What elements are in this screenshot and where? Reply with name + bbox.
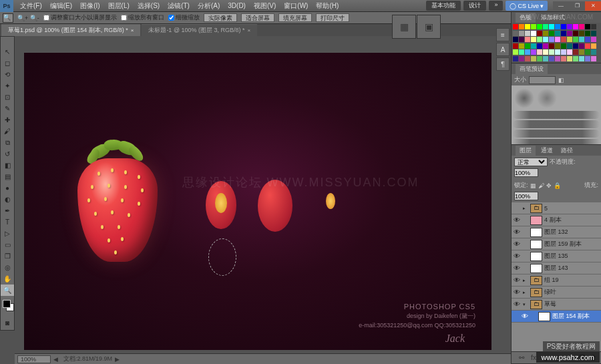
visibility-icon[interactable]: 👁 — [513, 301, 521, 308]
swatch[interactable] — [561, 49, 566, 55]
delete-layer-icon[interactable]: 🗑 — [589, 353, 598, 363]
swatch[interactable] — [567, 56, 572, 61]
menu-layer[interactable]: 图层(L) — [104, 1, 134, 11]
document-tab-active[interactable]: 草莓1.psd @ 100% (图层 154 副本, RGB/8) *× — [1, 24, 140, 36]
visibility-icon[interactable]: 👁 — [513, 228, 521, 236]
swatch[interactable] — [537, 31, 542, 36]
path-tool-icon[interactable]: ▷ — [1, 228, 14, 239]
swatch[interactable] — [585, 56, 590, 61]
swatch[interactable] — [591, 37, 596, 42]
swatch[interactable] — [525, 49, 530, 55]
layers-tab[interactable]: 图层 — [516, 146, 536, 156]
eyedropper-tool-icon[interactable]: ✎ — [1, 103, 14, 114]
swatch[interactable] — [549, 49, 554, 55]
swatch[interactable] — [531, 24, 536, 29]
swatch[interactable] — [543, 56, 548, 61]
document-tab[interactable]: 未标题-1 @ 100% (图层 3, RGB/8) *× — [142, 24, 257, 36]
character-panel-icon[interactable]: A — [496, 43, 510, 56]
lock-all-icon[interactable]: 🔒 — [554, 182, 561, 189]
layer-mask-icon[interactable]: ◐ — [541, 353, 550, 363]
3d-camera-tool-icon[interactable]: ◎ — [1, 262, 14, 273]
swatch[interactable] — [591, 31, 596, 36]
swatch[interactable] — [555, 24, 560, 29]
swatch[interactable] — [549, 43, 554, 49]
visibility-icon[interactable]: 👁 — [513, 216, 521, 224]
visibility-icon[interactable]: 👁 — [521, 313, 529, 320]
close-tab-icon[interactable]: × — [248, 27, 251, 33]
shape-tool-icon[interactable]: ▭ — [1, 239, 14, 250]
styles-tab[interactable]: 添加样式 — [537, 13, 569, 23]
fill-input[interactable] — [514, 192, 538, 200]
swatch[interactable] — [567, 49, 572, 55]
swatch[interactable] — [579, 56, 584, 61]
layer-item[interactable]: 👁图层 135 — [512, 250, 601, 262]
wand-tool-icon[interactable]: ✦ — [1, 80, 14, 92]
swatch[interactable] — [543, 24, 548, 29]
swatch[interactable] — [567, 43, 572, 49]
swatch[interactable] — [525, 43, 530, 49]
swatch[interactable] — [519, 31, 524, 36]
channels-tab[interactable]: 通道 — [537, 146, 557, 156]
swatch[interactable] — [573, 37, 578, 42]
swatch[interactable] — [531, 49, 536, 55]
cs-live-button[interactable]: ◯CS Live▾ — [506, 1, 548, 11]
dodge-tool-icon[interactable]: ◐ — [1, 194, 14, 205]
new-layer-icon[interactable]: ❐ — [577, 353, 586, 363]
swatch[interactable] — [513, 31, 518, 36]
lock-position-icon[interactable]: ✥ — [546, 182, 552, 189]
disclosure-icon[interactable]: ▸ — [523, 290, 528, 295]
swatch[interactable] — [591, 56, 596, 61]
lasso-tool-icon[interactable]: ⟲ — [1, 69, 14, 80]
swatch[interactable] — [543, 37, 548, 42]
layer-item[interactable]: 👁▸🗀绿叶 — [512, 287, 601, 299]
blur-tool-icon[interactable]: ● — [1, 182, 14, 194]
panel-icon[interactable]: ≡ — [496, 28, 510, 41]
swatch[interactable] — [513, 24, 518, 29]
swatch[interactable] — [537, 56, 542, 61]
color-swatches[interactable] — [1, 299, 14, 317]
crop-tool-icon[interactable]: ⊡ — [1, 92, 14, 103]
swatch[interactable] — [519, 56, 524, 61]
layer-item[interactable]: 👁4 副本 — [512, 214, 601, 226]
swatch[interactable] — [519, 43, 524, 49]
menu-image[interactable]: 图像(I) — [76, 1, 104, 11]
swatch[interactable] — [513, 43, 518, 49]
swatch[interactable] — [531, 43, 536, 49]
swatch[interactable] — [591, 49, 596, 55]
3d-tool-icon[interactable]: ❒ — [1, 250, 14, 262]
eraser-tool-icon[interactable]: ◧ — [1, 160, 14, 171]
resize-windows-checkbox[interactable]: 调整窗口大小以满屏显示 — [43, 13, 117, 22]
disclosure-icon[interactable]: ▸ — [523, 278, 528, 283]
layer-item[interactable]: 👁图层 132 — [512, 226, 601, 238]
swatch[interactable] — [573, 24, 578, 29]
swatch[interactable] — [579, 31, 584, 36]
layer-item[interactable]: ▸🗀5 — [512, 202, 601, 214]
zoom-field[interactable]: 100% — [17, 355, 51, 363]
layer-item[interactable]: 👁图层 143 — [512, 262, 601, 275]
swatch[interactable] — [531, 31, 536, 36]
swatch[interactable] — [579, 37, 584, 42]
lock-transparency-icon[interactable]: ▦ — [530, 182, 536, 189]
swatch[interactable] — [543, 49, 548, 55]
menu-select[interactable]: 选择(S) — [134, 1, 164, 11]
menu-help[interactable]: 帮助(H) — [312, 1, 343, 11]
menu-file[interactable]: 文件(F) — [16, 1, 46, 11]
swatch[interactable] — [555, 37, 560, 42]
visibility-icon[interactable]: 👁 — [513, 277, 521, 284]
scrubby-zoom-checkbox[interactable]: 细微缩放 — [168, 13, 200, 22]
layer-item[interactable]: 👁▸🗀组 19 — [512, 275, 601, 287]
history-brush-tool-icon[interactable]: ↺ — [1, 148, 14, 160]
swatch[interactable] — [519, 24, 524, 29]
swatch[interactable] — [519, 37, 524, 42]
layer-item[interactable]: 👁图层 159 副本 — [512, 238, 601, 250]
menu-view[interactable]: 视图(V) — [250, 1, 280, 11]
swatch[interactable] — [531, 56, 536, 61]
type-tool-icon[interactable]: T — [1, 216, 14, 228]
swatch[interactable] — [579, 24, 584, 29]
brush-toggle-icon[interactable]: ◧ — [558, 77, 564, 83]
swatch[interactable] — [573, 49, 578, 55]
swatch[interactable] — [537, 24, 542, 29]
menu-window[interactable]: 窗口(W) — [280, 1, 312, 11]
stamp-tool-icon[interactable]: ⧉ — [1, 137, 14, 148]
gradient-tool-icon[interactable]: ▤ — [1, 171, 14, 182]
